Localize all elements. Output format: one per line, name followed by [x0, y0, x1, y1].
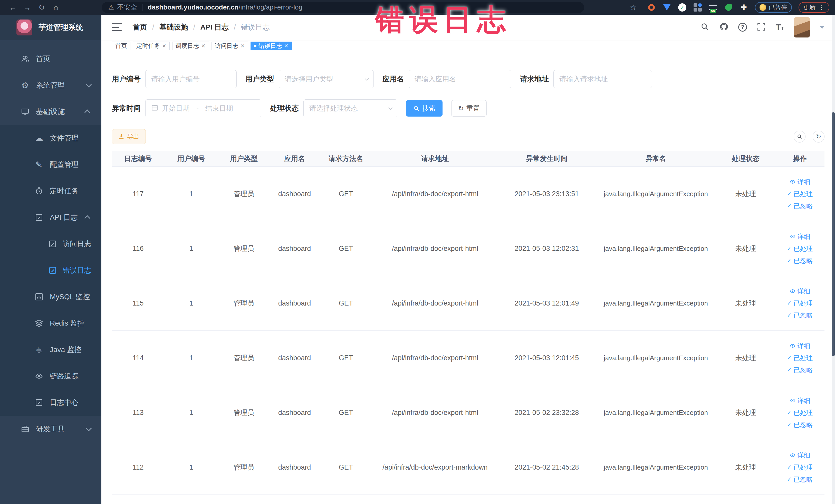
sidebar-item-infrastructure[interactable]: 基础设施	[0, 98, 101, 125]
browser-home-icon[interactable]: ⌂	[49, 3, 63, 12]
reset-button[interactable]: ↻ 重置	[451, 100, 487, 117]
tab-access-log[interactable]: 访问日志✕	[211, 42, 248, 50]
sidebar-item-scheduled-jobs[interactable]: 定时任务	[0, 178, 101, 204]
mark-ignored-link[interactable]: ✓ 已忽略	[787, 475, 813, 484]
breadcrumb-api-log[interactable]: API 日志	[201, 22, 229, 32]
mark-ignored-link[interactable]: ✓ 已忽略	[787, 421, 813, 429]
breadcrumb-infrastructure[interactable]: 基础设施	[159, 22, 188, 32]
log-document-icon	[34, 398, 44, 407]
sidebar-item-log-center[interactable]: 日志中心	[0, 389, 101, 416]
detail-link[interactable]: 详细	[790, 287, 810, 296]
browser-menu-kebab-icon[interactable]: ⋮	[818, 3, 825, 11]
tab-error-log[interactable]: 错误日志✕	[250, 42, 292, 50]
extension-green-check-icon[interactable]: ✓	[678, 3, 687, 12]
detail-link[interactable]: 详细	[790, 397, 810, 405]
extension-grid-icon[interactable]	[693, 3, 702, 12]
toggle-search-button[interactable]	[794, 131, 806, 142]
avatar-caret-icon[interactable]	[820, 26, 825, 29]
export-button[interactable]: 导出	[112, 129, 146, 144]
url-domain: dashboard.yudao.iocoder.cn	[148, 3, 239, 11]
sidebar-item-tracing[interactable]: 链路追踪	[0, 363, 101, 389]
scrollbar-thumb[interactable]	[832, 112, 835, 356]
tab-scheduled-jobs[interactable]: 定时任务✕	[133, 42, 170, 50]
mark-ignored-link[interactable]: ✓ 已忽略	[787, 257, 813, 265]
mark-processed-link[interactable]: ✓ 已处理	[787, 354, 813, 362]
cell-user-id: 1	[164, 463, 218, 471]
address-bar[interactable]: ⚠ 不安全 dashboard.yudao.iocoder.cn /infra/…	[102, 2, 584, 13]
extension-on-badge-icon[interactable]: on	[709, 3, 717, 12]
mark-ignored-link[interactable]: ✓ 已忽略	[787, 311, 813, 320]
user-type-select[interactable]: 请选择用户类型	[279, 70, 374, 88]
extension-orange-ring-icon[interactable]	[647, 3, 656, 12]
sidebar-item-config-mgmt[interactable]: ✎ 配置管理	[0, 151, 101, 178]
log-document-icon	[34, 213, 44, 222]
request-url-label: 请求地址	[520, 74, 549, 84]
detail-link[interactable]: 详细	[790, 451, 810, 460]
browser-forward-icon[interactable]: →	[20, 3, 34, 12]
search-button[interactable]: 搜索	[406, 100, 443, 117]
sidebar-item-dev-tools[interactable]: 研发工具	[0, 416, 101, 442]
cell-exception: java.lang.IllegalArgumentException	[595, 190, 716, 198]
app-logo[interactable]: 芋道管理系统	[0, 15, 101, 40]
vertical-scrollbar[interactable]	[832, 15, 835, 504]
detail-link[interactable]: 详细	[790, 178, 810, 186]
mark-processed-link[interactable]: ✓ 已处理	[787, 244, 813, 253]
paused-badge[interactable]: 已暂停	[755, 2, 792, 13]
close-icon[interactable]: ✕	[284, 43, 288, 49]
mark-ignored-link[interactable]: ✓ 已忽略	[787, 202, 813, 210]
browser-reload-icon[interactable]: ↻	[34, 3, 49, 12]
sidebar-item-file-mgmt[interactable]: ☁ 文件管理	[0, 125, 101, 151]
cell-exception: java.lang.IllegalArgumentException	[595, 299, 716, 307]
refresh-table-button[interactable]: ↻	[813, 131, 824, 142]
cell-user-id: 1	[164, 190, 218, 198]
mark-processed-link[interactable]: ✓ 已处理	[787, 190, 813, 198]
request-url-input[interactable]	[553, 70, 652, 88]
mark-processed-link[interactable]: ✓ 已处理	[787, 463, 813, 472]
sidebar-item-access-log[interactable]: 访问日志	[0, 230, 101, 257]
user-id-label: 用户编号	[112, 74, 141, 84]
app-name-input[interactable]	[409, 70, 511, 88]
github-icon[interactable]	[719, 22, 729, 32]
user-id-input[interactable]	[145, 70, 237, 88]
sidebar-item-home[interactable]: 首页	[0, 45, 101, 72]
cell-user-type: 管理员	[218, 463, 269, 472]
close-icon[interactable]: ✕	[162, 43, 166, 49]
mark-processed-link[interactable]: ✓ 已处理	[787, 299, 813, 308]
mark-processed-link[interactable]: ✓ 已处理	[787, 408, 813, 417]
sidebar-item-redis-monitor[interactable]: Redis 监控	[0, 310, 101, 336]
sidebar-item-mysql-monitor[interactable]: MySQL 监控	[0, 283, 101, 310]
cell-status: 未处理	[716, 299, 775, 308]
extension-leaf-icon[interactable]	[724, 3, 733, 12]
sidebar-item-java-monitor[interactable]: ☕ Java 监控	[0, 336, 101, 363]
sidebar-item-system-mgmt[interactable]: ⚙ 系统管理	[0, 72, 101, 98]
browser-back-icon[interactable]: ←	[6, 3, 20, 12]
breadcrumb-home[interactable]: 首页	[133, 22, 147, 32]
sidebar-item-error-log[interactable]: 错误日志	[0, 257, 101, 283]
cell-app-name: dashboard	[269, 299, 320, 307]
tab-home[interactable]: 首页	[112, 42, 130, 50]
font-size-icon[interactable]: TT	[776, 22, 784, 32]
header-search-icon[interactable]	[700, 22, 710, 32]
sidebar-toggle-icon[interactable]	[111, 23, 122, 31]
check-icon: ✓	[787, 409, 792, 416]
eye-icon	[790, 234, 796, 240]
cell-log-id: 115	[112, 299, 164, 307]
bookmark-star-icon[interactable]: ☆	[626, 3, 640, 12]
extension-blue-shield-icon[interactable]	[663, 3, 671, 12]
briefcase-icon	[20, 425, 30, 434]
mark-ignored-link[interactable]: ✓ 已忽略	[787, 366, 813, 374]
sidebar-item-api-log[interactable]: API 日志	[0, 204, 101, 230]
detail-link[interactable]: 详细	[790, 342, 810, 350]
process-status-select[interactable]: 请选择处理状态	[303, 99, 398, 117]
detail-link[interactable]: 详细	[790, 233, 810, 241]
tab-schedule-log[interactable]: 调度日志✕	[172, 42, 209, 50]
exception-time-range-picker[interactable]: 开始日期 - 结束日期	[145, 99, 261, 117]
close-icon[interactable]: ✕	[241, 43, 245, 49]
user-avatar[interactable]	[794, 17, 810, 38]
chrome-update-button[interactable]: 更新 ⋮	[798, 2, 829, 13]
fullscreen-icon[interactable]	[757, 22, 766, 32]
help-icon[interactable]: ?	[738, 23, 747, 32]
extensions-puzzle-icon[interactable]: ✚	[739, 3, 748, 12]
close-icon[interactable]: ✕	[201, 43, 206, 49]
table-header: 日志编号 用户编号 用户类型 应用名 请求方法名 请求地址 异常发生时间 异常名…	[112, 151, 824, 167]
